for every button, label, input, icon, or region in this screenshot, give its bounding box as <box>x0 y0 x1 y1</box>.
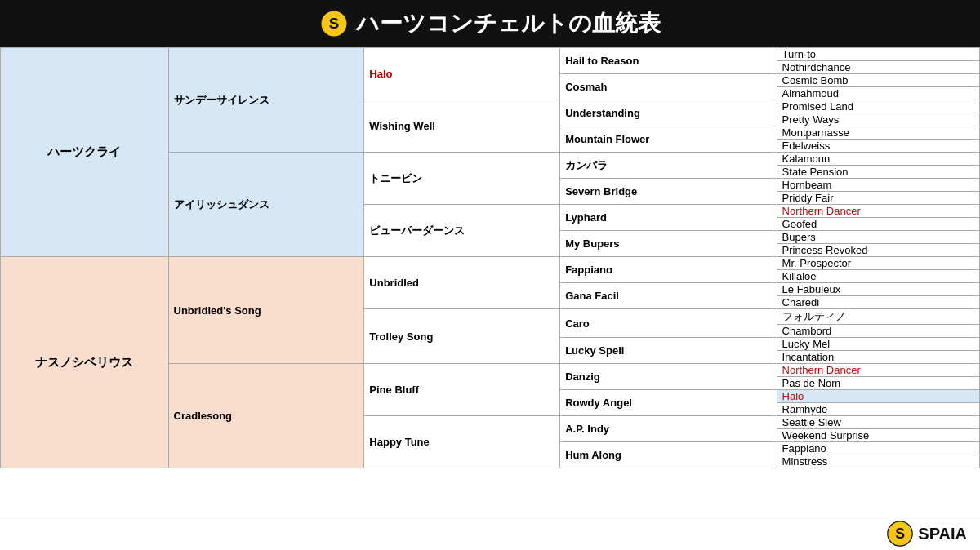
l5-cell: Charedi <box>777 296 979 309</box>
l4-cell-cosmah: Cosmah <box>560 74 777 100</box>
l5-cell: Weekend Surprise <box>777 429 979 442</box>
table-row: ハーツクライ サンデーサイレンス Halo Hail to Reason Tur… <box>1 48 980 61</box>
l4-cell-apindy: A.P. Indy <box>560 416 777 442</box>
l5-cell: Promised Land <box>777 100 979 113</box>
l4-cell-caro: Caro <box>560 309 777 338</box>
l4-cell-humalong: Hum Along <box>560 442 777 468</box>
page-footer: S SPAIA <box>0 517 980 550</box>
l4-cell-mybupers: My Bupers <box>560 231 777 257</box>
l3-cell-beaupers: ビューパーダーンス <box>364 205 560 257</box>
l5-cell-halo: Halo <box>777 390 979 403</box>
l5-cell: フォルティノ <box>777 309 979 325</box>
svg-text:S: S <box>895 526 905 542</box>
l5-cell: Ramhyde <box>777 403 979 416</box>
l5-cell: Bupers <box>777 231 979 244</box>
l2-cell-cradlesong: Cradlesong <box>168 364 364 468</box>
l5-cell: Almahmoud <box>777 87 979 100</box>
l4-cell-fappiano: Fappiano <box>560 257 777 283</box>
footer-logo: S SPAIA <box>887 521 967 547</box>
l3-cell-halo: Halo <box>364 48 560 100</box>
l4-cell-mountainflower: Mountain Flower <box>560 126 777 153</box>
l3-cell-wishingwell: Wishing Well <box>364 100 560 153</box>
footer-brand-name: SPAIA <box>918 525 967 543</box>
l4-cell-luckspell: Lucky Spell <box>560 338 777 364</box>
l5-cell: Pretty Ways <box>777 113 979 126</box>
l3-cell-pinebluff: Pine Bluff <box>364 364 560 416</box>
l1-cell-blue: ハーツクライ <box>1 48 169 257</box>
l3-cell-unbridled: Unbridled <box>364 257 560 309</box>
l5-cell: Mr. Prospector <box>777 257 979 270</box>
l2-cell-sunday: サンデーサイレンス <box>168 48 364 153</box>
header-logo-icon: S <box>320 10 348 38</box>
l5-cell: State Pension <box>777 166 979 179</box>
l5-cell: Kalamoun <box>777 153 979 166</box>
l5-cell: Hornbeam <box>777 179 979 192</box>
page-container: S ハーツコンチェルトの血統表 ハーツクライ サンデーサイレンス Halo Ha… <box>0 0 980 550</box>
l5-cell: Incantation <box>777 351 979 364</box>
l5-cell: Seattle Slew <box>777 416 979 429</box>
l5-cell: Montparnasse <box>777 126 979 140</box>
table-row: ナスノシベリウス Unbridled's Song Unbridled Fapp… <box>1 257 980 270</box>
l2-cell-unbridledsong: Unbridled's Song <box>168 257 364 364</box>
l4-cell-kampala: カンパラ <box>560 153 777 179</box>
l5-cell: Turn-to <box>777 48 979 61</box>
svg-text:S: S <box>328 15 338 32</box>
l5-cell: Killaloe <box>777 270 979 283</box>
footer-logo-icon: S <box>887 521 913 547</box>
header-title: ハーツコンチェルトの血統表 <box>356 8 661 39</box>
l5-cell: Le Fabuleux <box>777 283 979 296</box>
l4-cell-lyphard: Lyphard <box>560 205 777 231</box>
l5-cell: Goofed <box>777 218 979 231</box>
l5-cell: Cosmic Bomb <box>777 74 979 87</box>
l5-cell: Fappiano <box>777 442 979 455</box>
l1-cell-orange: ナスノシベリウス <box>1 257 169 468</box>
l3-cell-trolleysong: Trolley Song <box>364 309 560 364</box>
l4-cell-severnbridge: Severn Bridge <box>560 179 777 205</box>
l5-cell: Chambord <box>777 325 979 338</box>
l5-cell: Nothirdchance <box>777 61 979 74</box>
l5-cell: Minstress <box>777 455 979 468</box>
l5-cell: Northern Dancer <box>777 205 979 218</box>
l4-cell-danzig: Danzig <box>560 364 777 390</box>
l5-cell: Pas de Nom <box>777 377 979 390</box>
l3-cell-happytune: Happy Tune <box>364 416 560 468</box>
pedigree-table: ハーツクライ サンデーサイレンス Halo Hail to Reason Tur… <box>0 47 980 468</box>
l5-cell: Edelweiss <box>777 140 979 153</box>
l5-cell: Princess Revoked <box>777 244 979 257</box>
l2-cell-irish: アイリッシュダンス <box>168 153 364 257</box>
l4-cell-hailreason: Hail to Reason <box>560 48 777 74</box>
l5-cell: Priddy Fair <box>777 192 979 205</box>
l4-cell-ganafacil: Gana Facil <box>560 283 777 309</box>
l4-cell-rowdyangel: Rowdy Angel <box>560 390 777 416</box>
l3-cell-tonybin: トニービン <box>364 153 560 205</box>
l4-cell-understanding: Understanding <box>560 100 777 126</box>
page-header: S ハーツコンチェルトの血統表 <box>0 0 980 47</box>
l5-cell: Northern Dancer <box>777 364 979 377</box>
l5-cell: Lucky Mel <box>777 338 979 351</box>
